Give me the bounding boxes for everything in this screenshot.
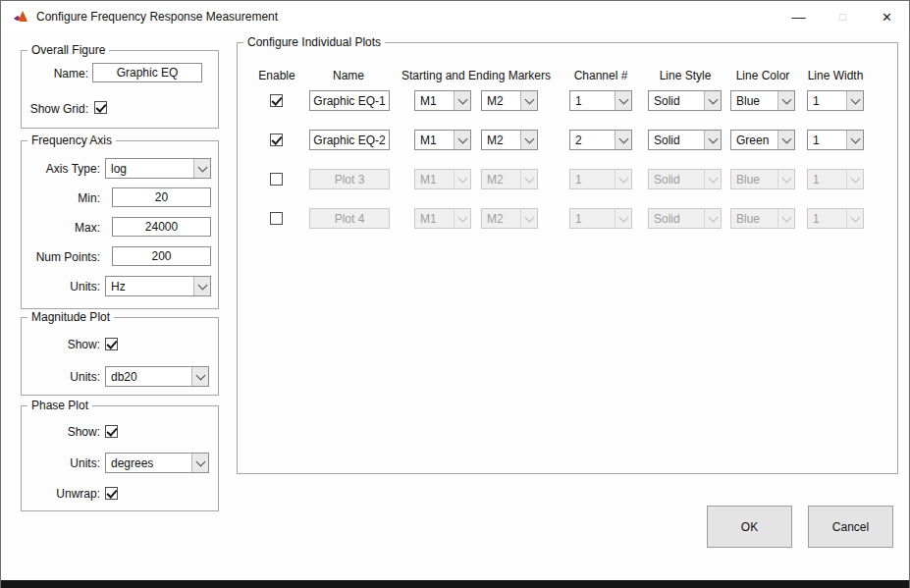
phase-units-label: Units: [26,456,100,470]
marker-end-dropdown[interactable]: M2 [481,130,538,150]
magnitude-plot-group: Magnitude Plot Show: Units: db20 [21,317,219,396]
name-header: Name [333,69,364,82]
marker-end-value: M2 [482,91,520,110]
phase-show-checkbox[interactable] [105,425,118,438]
magnitude-plot-legend: Magnitude Plot [27,310,114,324]
phase-units-value: degrees [106,454,191,472]
freq-units-value: Hz [106,277,193,295]
line-style-value: Solid [649,91,704,110]
chevron-down-icon [704,170,721,188]
magnitude-units-dropdown[interactable]: db20 [105,366,209,387]
chevron-down-icon [704,209,721,228]
phase-units-dropdown[interactable]: degrees [105,453,209,473]
plot-name-input [309,208,390,229]
titlebar: Configure Frequency Response Measurement… [1,1,909,32]
plot-name-input [309,169,390,189]
line-style-dropdown: Solid [648,208,722,229]
phase-plot-group: Phase Plot Show: Units: degrees Unwrap: [21,405,219,511]
line-color-value: Blue [731,209,777,228]
chevron-down-icon [520,91,537,110]
figure-name-input[interactable] [92,63,202,82]
marker-end-value: M2 [482,131,520,149]
line-style-dropdown[interactable]: Solid [648,130,722,150]
line-width-value: 1 [808,91,846,110]
magnitude-units-label: Units: [26,370,100,384]
enable-checkbox[interactable] [270,212,283,225]
plot-name-input[interactable] [309,90,390,111]
channel-dropdown[interactable]: 2 [569,130,632,150]
marker-end-value: M2 [482,170,520,188]
line-color-dropdown: Blue [730,169,795,189]
line-width-header: Line Width [808,69,864,82]
marker-start-value: M1 [415,209,454,228]
chevron-down-icon [846,131,863,149]
marker-start-dropdown: M1 [414,208,471,229]
axis-type-value: log [106,159,193,178]
plot-row-1: M1 M2 1 Solid Blue 1 [238,90,899,112]
magnitude-show-checkbox[interactable] [105,338,118,350]
chevron-down-icon [454,209,470,228]
max-label: Max: [26,221,100,235]
max-input[interactable] [112,217,211,237]
channel-header: Channel # [574,69,628,82]
line-style-dropdown: Solid [648,169,722,189]
chevron-down-icon [704,91,721,110]
min-input[interactable] [112,187,211,207]
enable-checkbox[interactable] [270,173,283,186]
marker-start-value: M1 [415,91,454,110]
axis-type-dropdown[interactable]: log [105,158,211,179]
marker-end-value: M2 [482,209,520,228]
line-width-dropdown[interactable]: 1 [807,130,864,150]
individual-plots-legend: Configure Individual Plots [243,35,385,49]
line-style-dropdown[interactable]: Solid [648,90,722,111]
magnitude-show-label: Show: [26,338,100,351]
marker-start-dropdown[interactable]: M1 [414,130,471,150]
channel-value: 1 [570,209,615,228]
plot-row-2: M1 M2 2 Solid Green 1 [238,130,899,151]
ok-button[interactable]: OK [707,506,792,548]
line-color-dropdown[interactable]: Green [730,130,795,150]
matlab-icon [13,9,28,25]
freq-units-dropdown[interactable]: Hz [105,276,211,296]
plot-row-3: M1 M2 1 Solid Blue 1 [238,169,899,190]
marker-end-dropdown[interactable]: M2 [481,90,538,111]
line-style-value: Solid [649,170,704,188]
close-button[interactable]: ✕ [865,1,909,32]
frequency-axis-legend: Frequency Axis [27,134,116,147]
enable-checkbox[interactable] [270,94,283,107]
frequency-axis-group: Frequency Axis Axis Type: log Min: Max: … [21,140,219,309]
axis-type-label: Axis Type: [26,162,100,176]
channel-dropdown[interactable]: 1 [569,90,632,111]
maximize-button[interactable]: □ [821,1,865,32]
plot-name-input[interactable] [309,130,390,150]
chevron-down-icon [846,209,863,228]
maximize-icon: □ [839,10,846,24]
num-points-input[interactable] [112,246,211,266]
cancel-button[interactable]: Cancel [808,506,893,548]
marker-start-dropdown[interactable]: M1 [414,90,471,111]
chevron-down-icon [454,170,470,188]
chevron-down-icon [615,170,631,188]
individual-plots-group: Configure Individual Plots Enable Name S… [237,42,898,474]
marker-start-value: M1 [415,131,454,149]
channel-value: 1 [570,91,615,110]
chevron-down-icon [520,209,537,228]
unwrap-checkbox[interactable] [105,487,118,500]
line-color-dropdown[interactable]: Blue [730,90,795,111]
chevron-down-icon [615,131,631,149]
unwrap-label: Unwrap: [26,487,100,501]
min-label: Min: [26,191,100,205]
marker-end-dropdown: M2 [481,169,538,189]
show-grid-checkbox[interactable] [94,101,107,114]
chevron-down-icon [193,159,210,178]
freq-units-label: Units: [26,280,100,294]
line-color-value: Green [731,131,777,149]
line-style-header: Line Style [660,69,712,82]
show-grid-label: Show Grid: [26,102,88,116]
line-width-dropdown[interactable]: 1 [807,90,864,111]
enable-checkbox[interactable] [270,134,283,146]
line-width-dropdown: 1 [807,169,864,189]
chevron-down-icon [454,91,470,110]
minimize-button[interactable]: — [776,1,821,32]
magnitude-units-value: db20 [106,367,191,386]
